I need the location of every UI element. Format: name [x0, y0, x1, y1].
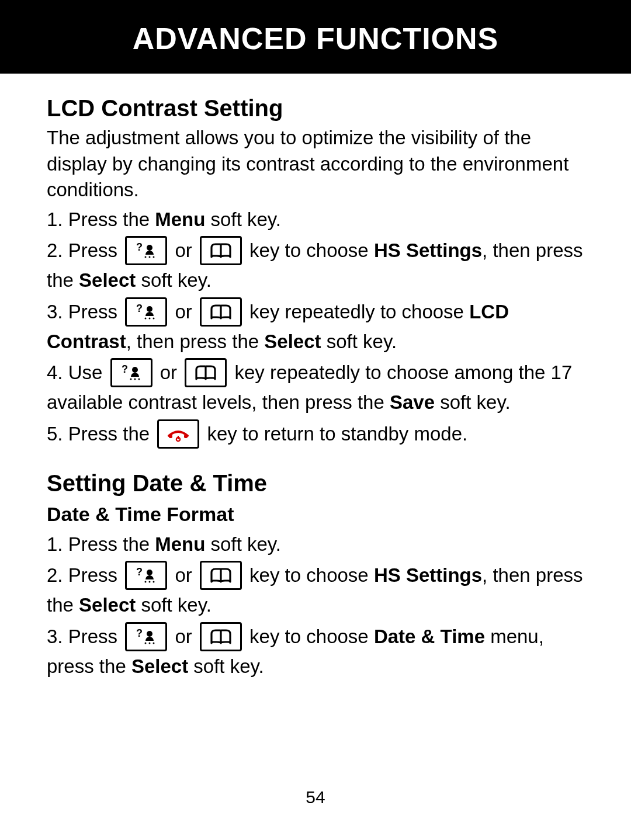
text: 2. Press: [47, 564, 123, 586]
svg-point-3: [149, 256, 151, 258]
svg-text:?: ?: [136, 303, 143, 314]
text: 3. Press: [47, 300, 123, 322]
text: or: [175, 300, 197, 322]
text: 1. Press the: [47, 209, 155, 230]
text: key to return to standby mode.: [207, 423, 467, 445]
menu-hs-settings: HS Settings: [374, 564, 482, 586]
section-heading-date-time: Setting Date & Time: [47, 467, 584, 499]
manual-page: ADVANCED FUNCTIONS LCD Contrast Setting …: [0, 0, 631, 840]
svg-point-11: [132, 367, 138, 373]
text: 1. Press the: [47, 533, 155, 555]
step-3: 3. Press ? or key repeatedly to choose L…: [47, 297, 584, 355]
svg-point-21: [145, 581, 147, 583]
phonebook-key-icon: [200, 297, 242, 327]
key-label-select: Select: [131, 655, 188, 677]
text: soft key.: [136, 594, 212, 616]
menu-date-time: Date & Time: [374, 626, 485, 647]
svg-point-27: [149, 642, 151, 644]
s2-step-1: 1. Press the Menu soft key.: [47, 532, 584, 558]
redial-key-icon: ?: [125, 236, 167, 265]
subheading-date-time-format: Date & Time Format: [47, 501, 584, 528]
key-label-menu: Menu: [155, 533, 205, 555]
text: key to choose: [249, 626, 374, 647]
text: soft key.: [435, 391, 511, 413]
svg-rect-15: [169, 435, 172, 438]
svg-point-2: [145, 256, 147, 258]
text: or: [175, 564, 197, 586]
text: 2. Press: [47, 239, 123, 261]
chapter-title: ADVANCED FUNCTIONS: [0, 0, 631, 74]
text: or: [175, 626, 197, 647]
section-heading-lcd-contrast: LCD Contrast Setting: [47, 92, 584, 124]
end-call-key-icon: [157, 419, 199, 449]
svg-point-7: [145, 317, 147, 319]
step-4: 4. Use ? or key repeatedly to choose amo…: [47, 358, 584, 416]
text: 5. Press the: [47, 423, 155, 445]
text: soft key.: [205, 533, 281, 555]
phonebook-key-icon: [185, 358, 227, 387]
text: key repeatedly to choose: [249, 300, 469, 322]
text: soft key.: [188, 655, 264, 677]
svg-text:?: ?: [122, 363, 128, 375]
text: soft key.: [321, 331, 397, 352]
svg-point-8: [149, 317, 151, 319]
phonebook-key-icon: [200, 236, 242, 265]
phonebook-key-icon: [200, 622, 242, 651]
svg-point-13: [134, 379, 136, 380]
step-5: 5. Press the key to return to standby mo…: [47, 419, 584, 451]
text: or: [175, 239, 197, 261]
redial-key-icon: ?: [110, 358, 152, 387]
svg-point-9: [153, 317, 155, 319]
step-1: 1. Press the Menu soft key.: [47, 207, 584, 233]
svg-text:?: ?: [136, 241, 143, 253]
text: or: [160, 362, 183, 383]
svg-point-23: [153, 581, 155, 583]
text: 3. Press: [47, 626, 123, 647]
text: soft key.: [136, 269, 212, 291]
redial-key-icon: ?: [125, 622, 167, 651]
svg-point-28: [153, 642, 155, 644]
svg-point-12: [130, 379, 131, 380]
text: 4. Use: [47, 362, 108, 383]
svg-point-20: [147, 570, 152, 575]
key-label-select: Select: [79, 594, 136, 616]
svg-point-4: [153, 256, 155, 258]
step-2: 2. Press ? or key to choose HS Settings,…: [47, 236, 584, 294]
redial-key-icon: ?: [125, 297, 167, 327]
text: key to choose: [249, 564, 374, 586]
page-content: LCD Contrast Setting The adjustment allo…: [0, 74, 631, 679]
svg-point-6: [147, 306, 152, 312]
page-number: 54: [0, 787, 631, 807]
key-label-select: Select: [264, 331, 321, 352]
redial-key-icon: ?: [125, 561, 167, 590]
svg-text:?: ?: [136, 627, 143, 639]
key-label-menu: Menu: [155, 209, 205, 230]
s2-step-3: 3. Press ? or key to choose Date & Time …: [47, 622, 584, 680]
menu-hs-settings: HS Settings: [374, 239, 482, 261]
svg-point-14: [138, 379, 140, 380]
key-label-select: Select: [79, 269, 136, 291]
svg-point-1: [147, 245, 152, 251]
text: key to choose: [249, 239, 374, 261]
s2-step-2: 2. Press ? or key to choose HS Settings,…: [47, 561, 584, 619]
svg-point-25: [147, 631, 152, 637]
svg-rect-16: [184, 435, 188, 438]
svg-text:?: ?: [136, 566, 143, 578]
key-label-save: Save: [390, 391, 435, 413]
svg-point-22: [149, 581, 151, 583]
text: soft key.: [205, 209, 281, 230]
text: , then press the: [126, 331, 265, 352]
section-intro: The adjustment allows you to optimize th…: [47, 125, 584, 203]
phonebook-key-icon: [200, 561, 242, 590]
svg-point-26: [145, 642, 147, 644]
